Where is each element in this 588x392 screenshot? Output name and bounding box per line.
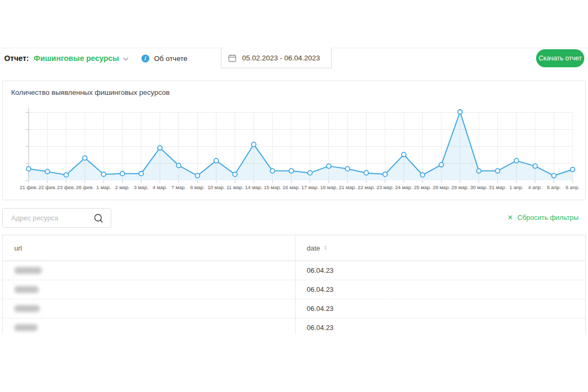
x-axis-label: 5 апр.	[547, 184, 560, 190]
x-axis-label: 6 апр.	[566, 184, 580, 190]
data-point	[383, 172, 387, 176]
data-point	[139, 172, 143, 176]
x-axis-label: 18 мар.	[320, 184, 337, 190]
x-axis-label: 24 мар.	[395, 184, 413, 190]
data-point	[514, 158, 519, 163]
data-point	[101, 172, 105, 176]
x-axis-label: 14 мар.	[245, 184, 262, 190]
chevron-down-icon	[123, 57, 129, 61]
reset-filters-label: Сбросить фильтры	[518, 213, 578, 221]
date-range-value: 05.02.2023 - 06.04.2023	[242, 54, 320, 62]
column-header-date[interactable]: date ▲▼	[307, 244, 327, 252]
data-point	[83, 156, 87, 160]
data-point	[158, 146, 162, 150]
date-cell: 06.04.23	[307, 305, 334, 313]
data-point	[214, 158, 218, 163]
data-point	[326, 164, 331, 168]
x-axis-label: 7 мар.	[171, 184, 186, 190]
data-point	[551, 173, 556, 177]
x-axis-label: 17 мар.	[301, 184, 319, 190]
column-header-url[interactable]: url	[14, 244, 22, 252]
search-icon[interactable]	[93, 213, 104, 224]
series-area	[29, 112, 573, 180]
data-point	[289, 168, 293, 173]
x-axis-label: 22 фев.	[38, 184, 56, 190]
x-axis-label: 23 мар.	[376, 184, 394, 190]
x-axis-label: 22 мар.	[358, 184, 375, 190]
x-axis-label: 28 мар.	[433, 184, 450, 190]
table-row: 06.04.23	[3, 280, 585, 299]
x-axis-label: 31 мар.	[489, 184, 506, 190]
x-axis-label: 11 мар.	[226, 184, 243, 190]
date-cell: 06.04.23	[307, 324, 334, 332]
data-point	[420, 173, 424, 177]
results-table: url date ▲▼ 06.04.2306.04.2306.04.2306.0…	[2, 235, 586, 334]
data-point	[533, 164, 537, 168]
data-point	[176, 163, 181, 167]
report-toolbar: Отчет: Фишинговые ресурсы i Об отчете	[4, 51, 188, 66]
date-range-picker[interactable]: 05.02.2023 - 06.04.2023	[221, 48, 332, 68]
data-point	[120, 172, 124, 176]
data-point	[195, 173, 200, 177]
x-axis-label: 15 мар.	[264, 184, 281, 190]
phishing-line-chart: 21 фев.22 фев.23 фев.28 фев.1 мар.2 мар.…	[3, 81, 586, 201]
x-axis-label: 30 мар.	[470, 184, 487, 190]
sort-icon: ▲▼	[324, 245, 327, 251]
x-axis-label: 21 мар.	[339, 184, 357, 190]
x-axis-label: 16 мар.	[282, 184, 300, 190]
reset-filters-link[interactable]: ✕ Сбросить фильтры	[507, 213, 578, 221]
close-icon: ✕	[507, 214, 513, 221]
date-cell: 06.04.23	[307, 266, 334, 274]
download-report-button[interactable]: Скачать отчет	[536, 49, 584, 67]
x-axis-label: 25 мар.	[414, 184, 431, 190]
report-type-dropdown[interactable]: Фишинговые ресурсы	[34, 54, 129, 63]
x-axis-label: 3 мар.	[134, 184, 149, 190]
data-point	[458, 110, 462, 114]
column-header-date-label: date	[307, 244, 320, 252]
x-axis-label: 2 мар.	[115, 184, 130, 190]
report-label: Отчет:	[4, 54, 29, 63]
date-cell: 06.04.23	[307, 286, 334, 293]
x-axis-label: 10 мар.	[208, 184, 225, 190]
data-point	[64, 173, 68, 177]
about-report-link[interactable]: i Об отчете	[141, 55, 188, 63]
data-point	[26, 167, 31, 171]
x-axis-label: 23 фев.	[57, 184, 75, 190]
info-icon: i	[141, 55, 149, 63]
data-point	[477, 168, 481, 173]
table-row: 06.04.23	[3, 318, 585, 334]
table-header: url date ▲▼	[3, 235, 585, 261]
x-axis-label: 4 апр.	[528, 184, 542, 190]
data-point	[308, 171, 312, 175]
url-redacted-blob	[14, 286, 39, 293]
data-point	[252, 142, 256, 146]
about-report-label: Об отчете	[154, 55, 188, 63]
table-row: 06.04.23	[3, 299, 585, 318]
table-body: 06.04.2306.04.2306.04.2306.04.23	[3, 261, 585, 334]
x-axis-label: 28 фев.	[76, 184, 94, 190]
chart-card: Количество выявленных фишинговых ресурсо…	[2, 81, 586, 200]
data-point	[439, 163, 443, 167]
x-axis-label: 1 апр.	[510, 184, 523, 190]
url-redacted-blob	[14, 267, 42, 274]
url-redacted-blob	[14, 305, 40, 312]
data-point	[45, 170, 49, 174]
report-type-value: Фишинговые ресурсы	[34, 54, 119, 63]
data-point	[345, 167, 350, 171]
x-axis-label: 8 мар.	[190, 184, 205, 190]
data-point	[495, 168, 500, 173]
data-point	[402, 153, 406, 157]
data-point	[233, 172, 237, 176]
series-line	[29, 112, 573, 175]
x-axis-label: 21 фев.	[20, 184, 38, 190]
search-input-wrapper	[2, 208, 111, 228]
calendar-icon	[228, 54, 236, 62]
x-axis-label: 4 мар.	[153, 184, 167, 190]
table-row: 06.04.23	[3, 261, 585, 280]
data-point	[270, 168, 274, 173]
url-redacted-blob	[14, 324, 38, 331]
x-axis-label: 29 мар.	[451, 184, 469, 190]
x-axis-label: 1 мар.	[96, 184, 111, 190]
data-point	[571, 167, 575, 172]
search-input[interactable]	[3, 209, 93, 227]
